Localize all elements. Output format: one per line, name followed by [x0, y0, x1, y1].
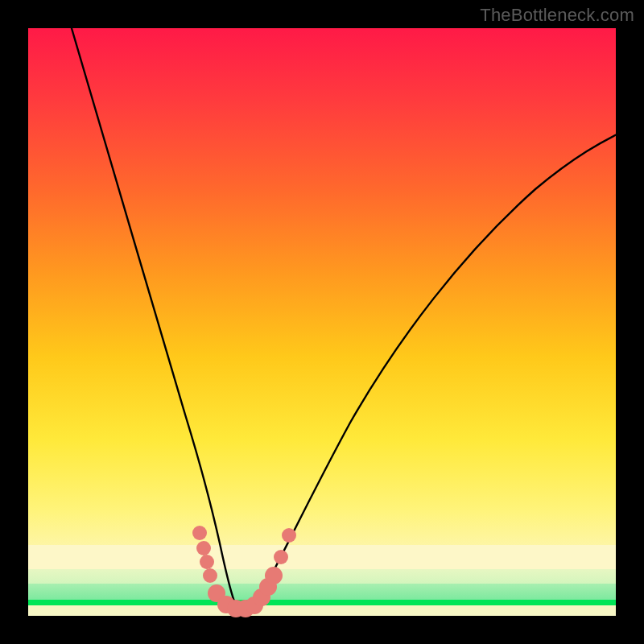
- marker-point: [192, 526, 207, 540]
- watermark-text: TheBottleneck.com: [480, 5, 634, 26]
- marker-point: [203, 568, 217, 583]
- marker-point: [200, 555, 214, 569]
- marker-point: [196, 541, 211, 555]
- marker-point: [282, 528, 296, 543]
- curve-layer: [28, 28, 616, 616]
- marker-point: [274, 550, 288, 564]
- curve-right-branch: [252, 133, 620, 609]
- curve-left-branch: [69, 20, 239, 609]
- marker-cluster: [192, 526, 296, 617]
- marker-point: [265, 567, 283, 584]
- plot-area: [28, 28, 616, 616]
- chart-frame: TheBottleneck.com: [0, 0, 644, 644]
